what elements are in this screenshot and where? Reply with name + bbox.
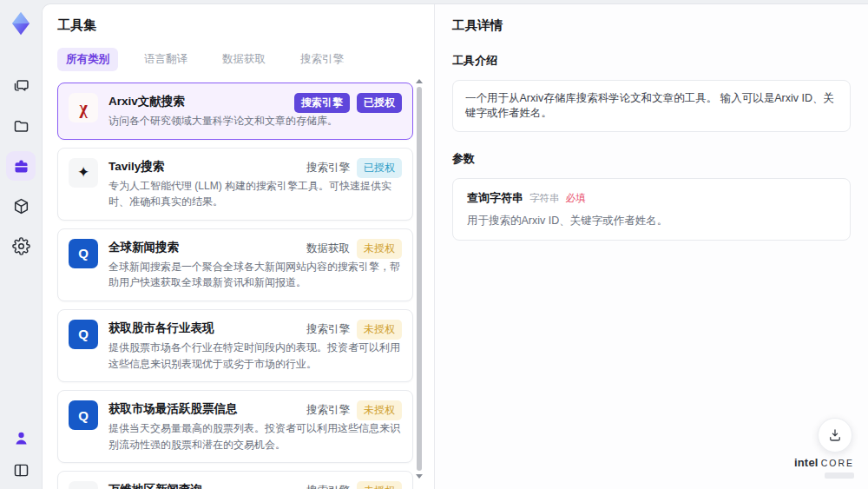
tool-description: 访问各个研究领域大量科学论文和文章的存储库。	[108, 113, 402, 129]
arxiv-icon: χ	[79, 99, 87, 116]
sidebar-item-packages[interactable]	[1, 186, 41, 226]
cube-icon	[12, 197, 30, 215]
tool-category-badge: 数据获取	[306, 241, 350, 256]
tool-icon: Q	[69, 239, 98, 268]
tool-description: 提供股票市场各个行业在特定时间段内的表现。投资者可以利用这些信息来识别表现优于或…	[108, 340, 402, 372]
tool-card[interactable]: Q 获取股市各行业表现 提供股票市场各个行业在特定时间段内的表现。投资者可以利用…	[57, 309, 413, 382]
tool-category-badge: 搜索引擎	[294, 93, 350, 113]
tool-list-panel: 工具集 所有类别语言翻译数据获取搜索引擎 χ Arxiv文献搜索 访问各个研究领…	[43, 4, 435, 489]
sidebar-item-panels[interactable]	[1, 458, 41, 482]
tool-icon: Q	[69, 400, 98, 430]
sparkle-icon: ✦	[77, 165, 89, 180]
tab-category-2[interactable]: 数据获取	[214, 48, 274, 71]
user-icon	[12, 429, 30, 447]
tool-card[interactable]: 万维地区新闻查询 查询具体行政区划内的新闻，快速了解各地新闻动态 搜索引擎 未授…	[57, 471, 413, 489]
app-logo-icon	[8, 10, 34, 36]
tool-category-badge: 搜索引擎	[306, 322, 350, 337]
tool-auth-badge: 已授权	[357, 158, 402, 178]
sidebar-item-toolbox[interactable]	[1, 146, 41, 186]
params-heading: 参数	[452, 151, 851, 167]
core-wordmark: CORE	[821, 458, 854, 468]
intro-card: 一个用于从Arxiv存储库搜索科学论文和文章的工具。 输入可以是Arxiv ID…	[452, 80, 851, 132]
tool-icon	[69, 481, 98, 489]
scroll-up-arrow-icon[interactable]	[416, 79, 423, 83]
gear-icon	[12, 237, 30, 255]
news-search-icon: Q	[78, 409, 89, 422]
tool-auth-badge: 未授权	[357, 239, 402, 259]
tab-category-0[interactable]: 所有类别	[57, 48, 118, 71]
tool-icon: ✦	[69, 158, 98, 188]
param-required-badge: 必填	[566, 192, 586, 205]
tool-auth-badge: 未授权	[357, 320, 402, 340]
tool-category-badge: 搜索引擎	[306, 403, 350, 418]
briefcase-icon	[12, 157, 30, 175]
folder-icon	[12, 117, 30, 135]
main-content: 工具集 所有类别语言翻译数据获取搜索引擎 χ Arxiv文献搜索 访问各个研究领…	[42, 3, 868, 489]
intel-logo-sub-bar	[825, 472, 854, 479]
tool-icon: Q	[69, 320, 98, 349]
sidebar-item-account[interactable]	[1, 426, 41, 450]
param-description: 用于搜索的Arxiv ID、关键字或作者姓名。	[467, 214, 836, 228]
scroll-down-arrow-icon[interactable]	[416, 474, 423, 479]
tool-detail-panel: 工具详情 工具介绍 一个用于从Arxiv存储库搜索科学论文和文章的工具。 输入可…	[435, 4, 868, 489]
param-type: 字符串	[529, 192, 560, 205]
sidebar-item-chat[interactable]	[1, 66, 41, 106]
sidebar-item-files[interactable]	[1, 106, 41, 146]
tool-card[interactable]: Q 全球新闻搜索 全球新闻搜索是一个聚合全球各大新闻网站内容的搜索引擎，帮助用户…	[57, 228, 413, 301]
tool-category-badge: 搜索引擎	[306, 484, 350, 489]
app-window: 工具集 所有类别语言翻译数据获取搜索引擎 χ Arxiv文献搜索 访问各个研究领…	[0, 0, 868, 489]
chat-icon	[12, 77, 30, 96]
tool-description: 提供当天交易量最高的股票列表。投资者可以利用这些信息来识别流动性强的股票和潜在的…	[108, 420, 402, 453]
page-title: 工具集	[57, 17, 413, 34]
detail-title: 工具详情	[452, 17, 851, 34]
tool-description: 全球新闻搜索是一个聚合全球各大新闻网站内容的搜索引擎，帮助用户快速获取全球最新资…	[108, 259, 402, 291]
sidebar-item-settings[interactable]	[1, 226, 41, 266]
tool-category-badge: 搜索引擎	[306, 161, 350, 175]
download-icon	[827, 427, 843, 443]
tool-icon: χ	[69, 93, 98, 122]
tool-description: 专为人工智能代理 (LLM) 构建的搜索引擎工具。可快速提供实时、准确和真实的结…	[108, 178, 402, 210]
sidebar	[0, 0, 42, 489]
param-name: 查询字符串	[467, 190, 523, 206]
tool-card[interactable]: ✦ Tavily搜索 专为人工智能代理 (LLM) 构建的搜索引擎工具。可快速提…	[57, 148, 413, 221]
list-scrollbar[interactable]	[416, 79, 423, 479]
tool-card[interactable]: Q 获取市场最活跃股票信息 提供当天交易量最高的股票列表。投资者可以利用这些信息…	[57, 390, 413, 463]
intel-core-logo: intelCORE	[794, 455, 854, 479]
sidebar-active-highlight	[6, 151, 36, 181]
intro-heading: 工具介绍	[452, 53, 851, 69]
tab-category-1[interactable]: 语言翻译	[135, 48, 196, 71]
news-search-icon: Q	[78, 327, 89, 340]
download-button[interactable]	[818, 418, 852, 453]
tool-card[interactable]: χ Arxiv文献搜索 访问各个研究领域大量科学论文和文章的存储库。 搜索引擎 …	[57, 83, 413, 140]
tool-auth-badge: 未授权	[357, 481, 402, 489]
tab-category-3[interactable]: 搜索引擎	[292, 48, 352, 71]
tool-auth-badge: 未授权	[357, 400, 402, 420]
category-tabs: 所有类别语言翻译数据获取搜索引擎	[57, 48, 413, 71]
tool-auth-badge: 已授权	[357, 93, 402, 113]
tool-list: χ Arxiv文献搜索 访问各个研究领域大量科学论文和文章的存储库。 搜索引擎 …	[57, 83, 413, 489]
layout-columns-icon	[12, 461, 30, 479]
param-card: 查询字符串 字符串 必填 用于搜索的Arxiv ID、关键字或作者姓名。	[452, 178, 851, 241]
intel-wordmark: intel	[794, 456, 819, 469]
news-search-icon: Q	[78, 247, 89, 260]
scrollbar-thumb[interactable]	[417, 87, 422, 471]
